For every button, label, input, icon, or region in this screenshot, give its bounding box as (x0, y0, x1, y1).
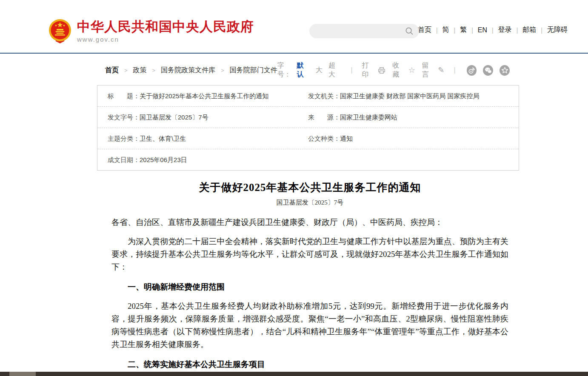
meta-empty (308, 154, 519, 166)
section-heading-1: 一、明确新增经费使用范围 (111, 281, 508, 293)
font-size-label: 字号： (277, 61, 297, 79)
section-1-paragraph: 2025年，基本公共卫生服务经费人均财政补助标准增加5元，达到99元。新增经费用… (111, 300, 508, 351)
meta-row-title-issuer: 标 题：关于做好2025年基本公共卫生服务工作的通知 发文机关：国家卫生健康委 … (97, 85, 519, 106)
nav-separator: | (492, 27, 494, 34)
qzone-icon[interactable] (500, 65, 510, 76)
pencil-icon[interactable]: ✎ (438, 66, 444, 75)
top-nav: 首页 | 简 | 繁 | EN | 登录 | 邮箱 | 无障碍 (418, 26, 568, 34)
nav-english[interactable]: EN (478, 26, 487, 34)
toolbar-divider: | (351, 66, 352, 74)
nav-separator: | (541, 27, 542, 34)
nav-traditional[interactable]: 繁 (460, 26, 467, 34)
breadcrumb-toolbar-row: 首页 > 政策 > 国务院政策文件库 > 国务院部门文件 字号： 默认 大 超大… (97, 54, 519, 85)
document-body: 关于做好2025年基本公共卫生服务工作的通知 国卫基层发〔2025〕7号 各省、… (97, 181, 519, 376)
nav-login[interactable]: 登录 (498, 26, 512, 34)
meta-source: 来 源：国家卫生健康委网站 (308, 107, 519, 128)
comment-button[interactable]: 留言 (422, 61, 435, 79)
site-url: www.gov.cn (77, 36, 254, 43)
horizontal-scrollbar-thumb[interactable] (9, 372, 36, 376)
search-icon[interactable] (405, 27, 414, 35)
meta-row-category-type: 主题分类：卫生、体育\卫生 公文种类：通知 (97, 128, 519, 149)
chevron-right-icon: > (221, 67, 224, 74)
star-icon[interactable]: ☆ (408, 66, 415, 75)
document-number: 国卫基层发〔2025〕7号 (111, 199, 508, 207)
meta-row-number-source: 发文字号：国卫基层发〔2025〕7号 来 源：国家卫生健康委网站 (97, 106, 519, 128)
nav-separator: | (517, 27, 518, 34)
salutation-paragraph: 各省、自治区、直辖市及新疆生产建设兵团卫生健康委、财政厅（局）、中医药局、疾控局… (111, 216, 508, 229)
document-title: 关于做好2025年基本公共卫生服务工作的通知 (111, 181, 508, 194)
gov-logo[interactable]: 中华人民共和国中央人民政府 www.gov.cn (48, 19, 254, 44)
chevron-right-icon: > (124, 67, 128, 74)
font-size-xlarge-button[interactable]: 超大 (328, 61, 341, 79)
chevron-right-icon: > (152, 67, 156, 74)
doc-meta-panel: 标 题：关于做好2025年基本公共卫生服务工作的通知 发文机关：国家卫生健康委 … (97, 85, 519, 171)
weibo-icon[interactable] (467, 65, 477, 76)
site-title: 中华人民共和国中央人民政府 (77, 19, 254, 34)
nav-mail[interactable]: 邮箱 (522, 26, 536, 34)
breadcrumb-home[interactable]: 首页 (105, 66, 119, 75)
printer-icon[interactable] (378, 66, 385, 74)
section-heading-2: 二、统筹实施好基本公共卫生服务项目 (111, 358, 508, 371)
breadcrumb-dept-documents[interactable]: 国务院部门文件 (230, 66, 277, 75)
nav-separator: | (454, 27, 456, 34)
breadcrumb-policy-library[interactable]: 国务院政策文件库 (161, 66, 215, 75)
meta-topic-category: 主题分类：卫生、体育\卫生 (97, 128, 308, 149)
toolbar-divider: | (454, 66, 455, 74)
nav-separator: | (471, 27, 473, 34)
intro-paragraph: 为深入贯彻党的二十届三中全会精神，落实新时代党的卫生与健康工作方针中以基层为重点… (111, 235, 508, 273)
national-emblem-icon (48, 19, 72, 44)
nav-separator: | (436, 27, 438, 34)
wechat-icon[interactable] (483, 65, 493, 76)
nav-home[interactable]: 首页 (418, 26, 431, 34)
meta-doc-number: 发文字号：国卫基层发〔2025〕7号 (97, 107, 308, 128)
meta-title: 标 题：关于做好2025年基本公共卫生服务工作的通知 (97, 85, 308, 106)
site-header: 中华人民共和国中央人民政府 www.gov.cn 首页 | 简 | 繁 | EN… (0, 0, 588, 54)
nav-simplified[interactable]: 简 (442, 26, 449, 34)
meta-issuing-agency: 发文机关：国家卫生健康委 财政部 国家中医药局 国家疾控局 (308, 85, 519, 106)
search-box[interactable] (309, 24, 419, 38)
page-tools: 字号： 默认 大 超大 | 打印 收藏 ☆ 留言 ✎ | (277, 61, 510, 79)
favorite-button[interactable]: 收藏 (392, 61, 405, 79)
meta-row-date: 成文日期：2025年06月23日 (97, 149, 519, 170)
meta-date: 成文日期：2025年06月23日 (97, 149, 308, 170)
font-size-large-button[interactable]: 大 (316, 66, 323, 75)
breadcrumb: 首页 > 政策 > 国务院政策文件库 > 国务院部门文件 (105, 66, 277, 75)
search-input[interactable] (309, 24, 405, 38)
nav-accessibility[interactable]: 无障碍 (547, 26, 568, 34)
meta-doc-type: 公文种类：通知 (308, 128, 519, 149)
horizontal-scrollbar[interactable] (0, 372, 588, 376)
main-content: 首页 > 政策 > 国务院政策文件库 > 国务院部门文件 字号： 默认 大 超大… (97, 54, 519, 376)
breadcrumb-policy[interactable]: 政策 (133, 66, 147, 75)
font-size-default-button[interactable]: 默认 (297, 61, 310, 79)
print-button[interactable]: 打印 (362, 61, 375, 79)
